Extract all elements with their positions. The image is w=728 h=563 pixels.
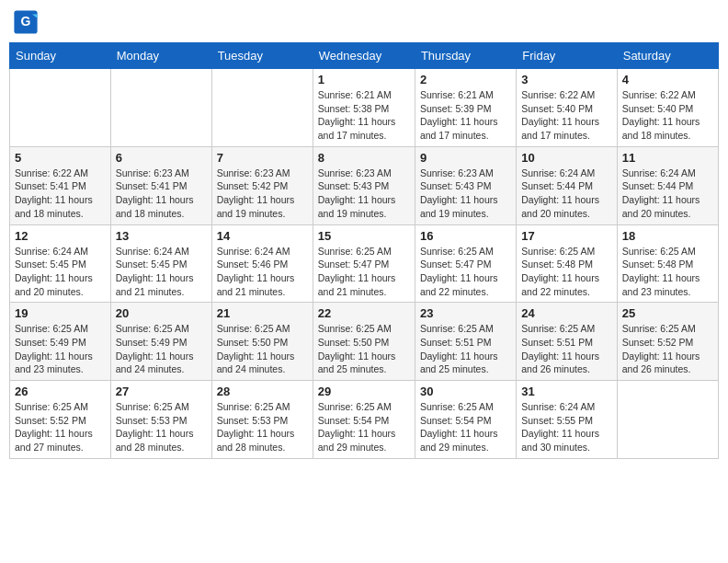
day-number: 29 (318, 385, 410, 398)
day-info: Sunrise: 6:24 AM Sunset: 5:45 PM Dayligh… (116, 245, 207, 299)
calendar-day-cell: 2Sunrise: 6:21 AM Sunset: 5:39 PM Daylig… (415, 69, 516, 147)
calendar-day-cell: 16Sunrise: 6:25 AM Sunset: 5:47 PM Dayli… (415, 224, 516, 303)
calendar-day-cell: 26Sunrise: 6:25 AM Sunset: 5:52 PM Dayli… (10, 381, 111, 459)
day-info: Sunrise: 6:24 AM Sunset: 5:45 PM Dayligh… (15, 245, 106, 299)
day-info: Sunrise: 6:23 AM Sunset: 5:42 PM Dayligh… (217, 167, 308, 221)
day-number: 10 (521, 151, 611, 165)
weekday-header-thursday: Thursday (415, 43, 516, 69)
calendar-day-cell: 23Sunrise: 6:25 AM Sunset: 5:51 PM Dayli… (415, 303, 516, 381)
day-number: 1 (318, 73, 410, 86)
calendar-day-cell: 18Sunrise: 6:25 AM Sunset: 5:48 PM Dayli… (617, 224, 718, 303)
day-info: Sunrise: 6:25 AM Sunset: 5:52 PM Dayligh… (622, 322, 713, 376)
calendar-day-cell: 12Sunrise: 6:24 AM Sunset: 5:45 PM Dayli… (10, 224, 111, 303)
page-header: G (9, 9, 719, 35)
day-info: Sunrise: 6:21 AM Sunset: 5:38 PM Dayligh… (318, 88, 410, 143)
day-number: 12 (15, 229, 106, 243)
day-number: 28 (217, 385, 308, 398)
calendar-day-cell: 31Sunrise: 6:24 AM Sunset: 5:55 PM Dayli… (517, 381, 617, 459)
day-number: 23 (420, 306, 511, 320)
day-number: 9 (420, 151, 511, 165)
calendar-day-cell: 28Sunrise: 6:25 AM Sunset: 5:53 PM Dayli… (211, 381, 313, 459)
calendar-day-cell: 20Sunrise: 6:25 AM Sunset: 5:49 PM Dayli… (110, 303, 211, 381)
day-number: 19 (15, 306, 106, 320)
calendar-day-cell (110, 69, 211, 147)
calendar-day-cell: 11Sunrise: 6:24 AM Sunset: 5:44 PM Dayli… (617, 146, 718, 224)
calendar-day-cell (211, 69, 313, 147)
calendar-day-cell: 1Sunrise: 6:21 AM Sunset: 5:38 PM Daylig… (313, 69, 415, 147)
calendar-table: SundayMondayTuesdayWednesdayThursdayFrid… (9, 42, 719, 459)
day-number: 18 (622, 229, 713, 243)
calendar-day-cell: 8Sunrise: 6:23 AM Sunset: 5:43 PM Daylig… (313, 146, 415, 224)
calendar-day-cell: 30Sunrise: 6:25 AM Sunset: 5:54 PM Dayli… (415, 381, 516, 459)
calendar-day-cell: 25Sunrise: 6:25 AM Sunset: 5:52 PM Dayli… (617, 303, 718, 381)
calendar-day-cell: 24Sunrise: 6:25 AM Sunset: 5:51 PM Dayli… (517, 303, 617, 381)
day-info: Sunrise: 6:25 AM Sunset: 5:51 PM Dayligh… (521, 322, 611, 376)
day-info: Sunrise: 6:24 AM Sunset: 5:44 PM Dayligh… (521, 167, 611, 221)
day-info: Sunrise: 6:23 AM Sunset: 5:43 PM Dayligh… (318, 167, 410, 221)
day-number: 15 (318, 229, 410, 243)
calendar-week-row: 12Sunrise: 6:24 AM Sunset: 5:45 PM Dayli… (10, 224, 719, 303)
day-number: 31 (521, 385, 611, 398)
day-number: 25 (622, 306, 713, 320)
calendar-day-cell: 4Sunrise: 6:22 AM Sunset: 5:40 PM Daylig… (617, 69, 718, 147)
calendar-week-row: 26Sunrise: 6:25 AM Sunset: 5:52 PM Dayli… (10, 381, 719, 459)
logo: G (13, 9, 40, 35)
day-number: 3 (521, 73, 611, 86)
weekday-header-monday: Monday (110, 43, 211, 69)
weekday-header-wednesday: Wednesday (313, 43, 415, 69)
day-number: 7 (217, 151, 308, 165)
day-info: Sunrise: 6:24 AM Sunset: 5:55 PM Dayligh… (521, 400, 611, 454)
day-info: Sunrise: 6:25 AM Sunset: 5:54 PM Dayligh… (318, 400, 410, 454)
day-number: 22 (318, 306, 410, 320)
day-number: 8 (318, 151, 410, 165)
calendar-day-cell: 22Sunrise: 6:25 AM Sunset: 5:50 PM Dayli… (313, 303, 415, 381)
day-number: 5 (15, 151, 106, 165)
day-info: Sunrise: 6:25 AM Sunset: 5:50 PM Dayligh… (217, 322, 308, 376)
day-info: Sunrise: 6:22 AM Sunset: 5:40 PM Dayligh… (521, 88, 611, 143)
weekday-header-sunday: Sunday (10, 43, 111, 69)
calendar-week-row: 5Sunrise: 6:22 AM Sunset: 5:41 PM Daylig… (10, 146, 719, 224)
day-info: Sunrise: 6:25 AM Sunset: 5:49 PM Dayligh… (15, 322, 106, 376)
calendar-day-cell: 7Sunrise: 6:23 AM Sunset: 5:42 PM Daylig… (211, 146, 313, 224)
calendar-day-cell: 6Sunrise: 6:23 AM Sunset: 5:41 PM Daylig… (110, 146, 211, 224)
day-info: Sunrise: 6:24 AM Sunset: 5:44 PM Dayligh… (622, 167, 713, 221)
day-info: Sunrise: 6:25 AM Sunset: 5:49 PM Dayligh… (116, 322, 207, 376)
day-number: 30 (420, 385, 511, 398)
day-info: Sunrise: 6:23 AM Sunset: 5:41 PM Dayligh… (116, 167, 207, 221)
day-number: 27 (116, 385, 207, 398)
day-info: Sunrise: 6:25 AM Sunset: 5:52 PM Dayligh… (15, 400, 106, 454)
calendar-day-cell: 21Sunrise: 6:25 AM Sunset: 5:50 PM Dayli… (211, 303, 313, 381)
day-number: 2 (420, 73, 511, 86)
day-info: Sunrise: 6:23 AM Sunset: 5:43 PM Dayligh… (420, 167, 511, 221)
day-number: 11 (622, 151, 713, 165)
svg-text:G: G (21, 14, 31, 29)
day-number: 14 (217, 229, 308, 243)
day-info: Sunrise: 6:21 AM Sunset: 5:39 PM Dayligh… (420, 88, 511, 143)
calendar-day-cell: 17Sunrise: 6:25 AM Sunset: 5:48 PM Dayli… (517, 224, 617, 303)
calendar-week-row: 1Sunrise: 6:21 AM Sunset: 5:38 PM Daylig… (10, 69, 719, 147)
weekday-header-row: SundayMondayTuesdayWednesdayThursdayFrid… (10, 43, 719, 69)
day-info: Sunrise: 6:22 AM Sunset: 5:41 PM Dayligh… (15, 167, 106, 221)
day-number: 26 (15, 385, 106, 398)
day-number: 17 (521, 229, 611, 243)
calendar-day-cell: 3Sunrise: 6:22 AM Sunset: 5:40 PM Daylig… (517, 69, 617, 147)
day-info: Sunrise: 6:25 AM Sunset: 5:53 PM Dayligh… (217, 400, 308, 454)
day-number: 21 (217, 306, 308, 320)
day-info: Sunrise: 6:25 AM Sunset: 5:48 PM Dayligh… (622, 245, 713, 299)
day-number: 13 (116, 229, 207, 243)
calendar-week-row: 19Sunrise: 6:25 AM Sunset: 5:49 PM Dayli… (10, 303, 719, 381)
day-info: Sunrise: 6:25 AM Sunset: 5:47 PM Dayligh… (420, 245, 511, 299)
calendar-day-cell: 14Sunrise: 6:24 AM Sunset: 5:46 PM Dayli… (211, 224, 313, 303)
day-number: 16 (420, 229, 511, 243)
day-info: Sunrise: 6:25 AM Sunset: 5:53 PM Dayligh… (116, 400, 207, 454)
day-info: Sunrise: 6:25 AM Sunset: 5:47 PM Dayligh… (318, 245, 410, 299)
calendar-day-cell: 27Sunrise: 6:25 AM Sunset: 5:53 PM Dayli… (110, 381, 211, 459)
day-info: Sunrise: 6:25 AM Sunset: 5:51 PM Dayligh… (420, 322, 511, 376)
calendar-day-cell: 13Sunrise: 6:24 AM Sunset: 5:45 PM Dayli… (110, 224, 211, 303)
calendar-day-cell: 9Sunrise: 6:23 AM Sunset: 5:43 PM Daylig… (415, 146, 516, 224)
calendar-day-cell: 29Sunrise: 6:25 AM Sunset: 5:54 PM Dayli… (313, 381, 415, 459)
day-number: 4 (622, 73, 713, 86)
day-number: 20 (116, 306, 207, 320)
day-info: Sunrise: 6:25 AM Sunset: 5:50 PM Dayligh… (318, 322, 410, 376)
calendar-day-cell: 5Sunrise: 6:22 AM Sunset: 5:41 PM Daylig… (10, 146, 111, 224)
